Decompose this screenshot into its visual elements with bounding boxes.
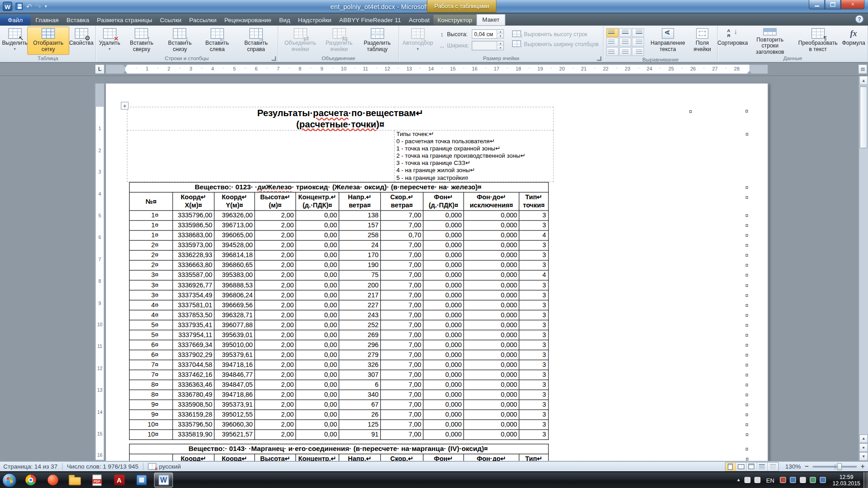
table-cell[interactable]: 7,00 bbox=[381, 250, 423, 260]
table-cell[interactable]: 0,000 bbox=[423, 350, 464, 360]
table-cell[interactable]: 6¤ bbox=[129, 350, 173, 360]
column-header[interactable]: Тип↵точки¤ bbox=[519, 454, 548, 461]
table-cell[interactable]: 2,00 bbox=[255, 350, 296, 360]
table-cell[interactable]: 2,00 bbox=[255, 270, 296, 280]
column-header[interactable]: Напр.↵ветра¤ bbox=[339, 192, 381, 210]
table-cell[interactable]: 396814,18 bbox=[214, 250, 255, 260]
column-header[interactable]: Коорд↵Y(м)¤ bbox=[214, 454, 255, 461]
tab-Конструктор[interactable]: Конструктор bbox=[434, 15, 476, 25]
table-cell[interactable]: 0,000 bbox=[464, 240, 519, 250]
table-cell[interactable]: 394718,16 bbox=[214, 360, 255, 370]
table-cell[interactable]: 3336363,46 bbox=[173, 380, 214, 389]
column-header[interactable]: Концентр.↵(д.·ПДК)¤ bbox=[296, 454, 339, 461]
table-cell[interactable]: 3337354,49 bbox=[173, 290, 214, 300]
fullscreen-reading-view-button[interactable] bbox=[736, 462, 746, 470]
table-cell[interactable]: 243 bbox=[339, 310, 381, 320]
table-cell[interactable]: 0,00 bbox=[296, 370, 339, 380]
table-cell[interactable]: 396060,30 bbox=[214, 419, 255, 429]
table-cell[interactable]: 9¤ bbox=[129, 399, 173, 409]
right-indent-marker[interactable] bbox=[747, 71, 752, 74]
tab-Вставка[interactable]: Вставка bbox=[62, 15, 93, 25]
table-cell[interactable]: 4¤ bbox=[129, 300, 173, 310]
table-cell[interactable]: 217 bbox=[339, 290, 381, 300]
table-cell[interactable]: 2,00 bbox=[255, 409, 296, 419]
dialog-launcher-icon[interactable] bbox=[272, 56, 276, 61]
table-cell[interactable]: 3337669,34 bbox=[173, 340, 214, 350]
column-header[interactable]: №¤ bbox=[129, 192, 173, 210]
table-cell[interactable]: 394718,86 bbox=[214, 389, 255, 399]
insert-below-button[interactable]: Вставить снизу bbox=[161, 27, 198, 55]
table-cell[interactable]: 0,000 bbox=[464, 280, 519, 290]
tray-app-3-icon[interactable] bbox=[780, 477, 786, 483]
table-cell[interactable]: 75 bbox=[339, 270, 381, 280]
table-cell[interactable]: 3 bbox=[519, 429, 548, 439]
table-cell[interactable]: 7¤ bbox=[129, 360, 173, 370]
scroll-up-icon[interactable]: ▲ bbox=[859, 76, 868, 85]
table-cell[interactable]: 7,00 bbox=[381, 240, 423, 250]
tray-app-6-icon[interactable] bbox=[810, 477, 816, 483]
column-header[interactable]: Коорд↵Y(м)¤ bbox=[214, 192, 255, 210]
table-cell[interactable]: 190 bbox=[339, 260, 381, 270]
table-cell[interactable]: 0,70 bbox=[381, 230, 423, 240]
table-cell[interactable]: 157 bbox=[339, 221, 381, 230]
align-bottom-left-button[interactable] bbox=[606, 47, 618, 56]
help-icon[interactable]: ? bbox=[855, 15, 863, 23]
height-input[interactable]: 0,04 см▲▼ bbox=[472, 29, 504, 39]
tab-Главная[interactable]: Главная bbox=[32, 15, 63, 25]
table-cell[interactable]: 0,00 bbox=[296, 300, 339, 310]
select-table-button[interactable]: Выделить▼ bbox=[2, 27, 28, 55]
table-cell[interactable]: 0,00 bbox=[296, 260, 339, 270]
left-indent-marker[interactable] bbox=[123, 71, 127, 74]
word-count[interactable]: Число слов: 1 976/13 945 bbox=[67, 463, 138, 470]
tab-Рецензирование[interactable]: Рецензирование bbox=[221, 15, 275, 25]
table-cell[interactable]: 0,000 bbox=[464, 221, 519, 230]
table-cell[interactable]: 3337462,16 bbox=[173, 370, 214, 380]
table-cell[interactable]: 125 bbox=[339, 419, 381, 429]
table-cell[interactable]: 3¤ bbox=[129, 280, 173, 290]
table-cell[interactable]: 7,00 bbox=[381, 419, 423, 429]
table-cell[interactable]: 2,00 bbox=[255, 290, 296, 300]
table-cell[interactable]: 7,00 bbox=[381, 300, 423, 310]
column-header[interactable]: Фон·до↵исключения¤ bbox=[464, 454, 519, 461]
table-cell[interactable]: 10¤ bbox=[129, 429, 173, 439]
align-top-left-button[interactable] bbox=[606, 28, 618, 37]
table-cell[interactable]: 7,00 bbox=[381, 270, 423, 280]
table-cell[interactable]: 3 bbox=[519, 380, 548, 389]
table-cell[interactable]: 296 bbox=[339, 340, 381, 350]
table-cell[interactable]: 24 bbox=[339, 240, 381, 250]
start-button[interactable] bbox=[2, 473, 17, 487]
document-title-cell[interactable]: Результаты·расчета·по·веществам↵(расчетн… bbox=[127, 107, 553, 130]
table-cell[interactable]: 3337902,29 bbox=[173, 350, 214, 360]
table-cell[interactable]: 0,00 bbox=[296, 280, 339, 290]
table-cell[interactable]: 2,00 bbox=[255, 340, 296, 350]
table-cell[interactable]: 0,000 bbox=[464, 330, 519, 340]
table-cell[interactable]: 0,00 bbox=[296, 210, 339, 220]
taskbar-browser-red-button[interactable] bbox=[43, 473, 62, 488]
table-cell[interactable]: 7,00 bbox=[381, 399, 423, 409]
table-cell[interactable]: 3 bbox=[519, 370, 548, 380]
table-cell[interactable]: 0,000 bbox=[464, 429, 519, 439]
table-cell[interactable]: 7,00 bbox=[381, 340, 423, 350]
table-cell[interactable]: 2,00 bbox=[255, 300, 296, 310]
table-cell[interactable]: 3337581,01 bbox=[173, 300, 214, 310]
table-cell[interactable]: 0,00 bbox=[296, 240, 339, 250]
table-cell[interactable]: 395010,00 bbox=[214, 340, 255, 350]
table-cell[interactable]: 394847,05 bbox=[214, 380, 255, 389]
table-cell[interactable]: 2,00 bbox=[255, 230, 296, 240]
table-cell[interactable]: 170 bbox=[339, 250, 381, 260]
table-cell[interactable]: 3338683,00 bbox=[173, 230, 214, 240]
insert-right-button[interactable]: Вставить справа bbox=[236, 27, 276, 55]
table-cell[interactable]: 0,000 bbox=[423, 290, 464, 300]
table-cell[interactable]: 0,000 bbox=[464, 290, 519, 300]
maximize-button[interactable] bbox=[825, 0, 841, 9]
table-cell[interactable]: 7,00 bbox=[381, 409, 423, 419]
table-cell[interactable]: 7,00 bbox=[381, 380, 423, 389]
taskbar-acrobat-button[interactable] bbox=[110, 473, 129, 488]
table-cell[interactable]: 3335587,00 bbox=[173, 270, 214, 280]
table-cell[interactable]: 0,000 bbox=[423, 389, 464, 399]
table-cell[interactable]: 3 bbox=[519, 360, 548, 370]
table-cell[interactable]: 0,000 bbox=[423, 380, 464, 389]
table-cell[interactable]: 0,000 bbox=[423, 330, 464, 340]
table-cell[interactable]: 0,000 bbox=[464, 300, 519, 310]
table-cell[interactable]: 8¤ bbox=[129, 389, 173, 399]
